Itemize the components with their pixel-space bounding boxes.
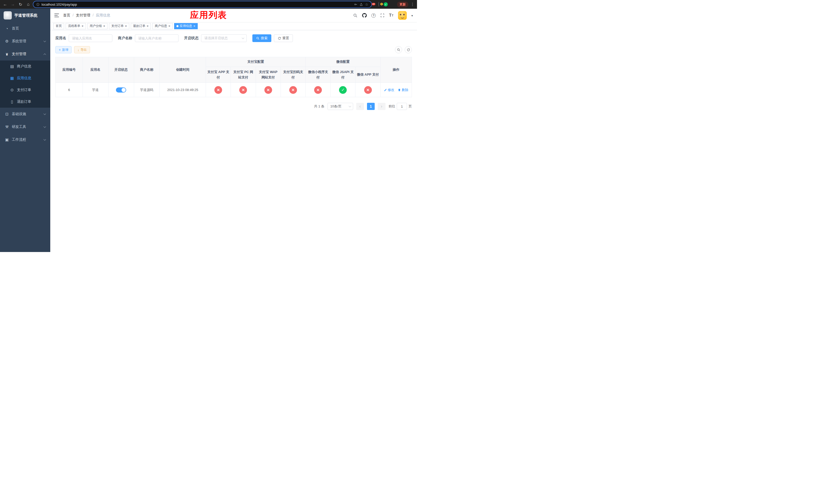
tab-refund-order[interactable]: 退款订单 <box>131 23 151 29</box>
goto-page-input[interactable] <box>397 103 407 110</box>
extension-badge: 10 <box>372 3 375 5</box>
chevron-down-icon <box>44 40 46 42</box>
star-icon[interactable] <box>365 2 368 6</box>
add-button[interactable]: 新增 <box>56 46 71 53</box>
sidebar-item-infra[interactable]: 基础设施 <box>0 108 50 120</box>
breadcrumb-payment[interactable]: 支付管理 <box>70 13 90 18</box>
toggle-search-button[interactable] <box>395 46 402 53</box>
reset-button[interactable]: 重置 <box>274 35 293 42</box>
col-created: 创建时间 <box>159 57 206 83</box>
edit-button[interactable]: 修改 <box>384 88 394 92</box>
hamburger-icon[interactable] <box>54 14 59 17</box>
sidebar-item-devtools[interactable]: 研发工具 <box>0 120 50 133</box>
sidebar-item-label: 基础设施 <box>12 112 26 116</box>
reset-button-label: 重置 <box>282 36 289 41</box>
edit-button-label: 修改 <box>388 88 394 92</box>
fullscreen-icon[interactable] <box>380 13 385 18</box>
pagination: 共 1 条 10条/页 1 前往 页 <box>56 103 412 110</box>
next-page-icon[interactable] <box>378 103 386 110</box>
annotation-title: 应用列表 <box>190 9 227 21</box>
page-content: 应用名 商户名称 开启状态 请选择开启状态 <box>50 30 417 252</box>
sidebar-item-system[interactable]: 系统管理 <box>0 35 50 48</box>
search-button[interactable]: 搜索 <box>253 35 271 42</box>
export-button[interactable]: 导出 <box>74 46 90 53</box>
tab-merchant-info[interactable]: 商户信息 <box>152 23 173 29</box>
active-dot-icon <box>176 25 178 27</box>
sidebar-subitem-refund-order[interactable]: 退款订单 <box>0 96 50 108</box>
share-icon[interactable] <box>359 3 363 6</box>
github-icon[interactable] <box>362 13 367 18</box>
key-icon[interactable] <box>354 3 357 6</box>
status-toggle[interactable] <box>116 87 126 93</box>
tab-home[interactable]: 首页 <box>53 23 64 29</box>
tab-user-group[interactable]: 用户分组 <box>87 23 108 29</box>
sidebar: 芋道管理系统 首页 系统管理 支付管理 <box>0 9 50 252</box>
app-title: 芋道管理系统 <box>14 13 38 18</box>
devtools-icon <box>5 124 9 129</box>
extension-check-icon[interactable] <box>384 2 388 6</box>
goto-unit: 页 <box>409 104 412 109</box>
sidebar-menu: 首页 系统管理 支付管理 商户信息 <box>0 22 50 146</box>
close-icon[interactable] <box>125 24 127 28</box>
chevron-down-icon <box>44 125 46 128</box>
close-icon[interactable] <box>82 24 84 28</box>
page-size-select[interactable]: 10条/页 <box>328 103 353 110</box>
chevron-down-icon <box>44 113 46 115</box>
col-status: 开启状态 <box>108 57 134 83</box>
app-name-input[interactable] <box>69 35 112 42</box>
sidebar-item-payment[interactable]: 支付管理 <box>0 48 50 61</box>
sidebar-item-label: 应用信息 <box>17 76 31 81</box>
breadcrumb: 首页 支付管理 应用信息 <box>63 13 110 18</box>
sidebar-subitem-app-info[interactable]: 应用信息 <box>0 72 50 84</box>
browser-chrome: localhost:1024/pay/app 10 1 <box>0 0 417 9</box>
browser-menu-icon[interactable] <box>411 2 414 7</box>
sidebar-item-workflow[interactable]: 工作流程 <box>0 133 50 146</box>
close-icon[interactable] <box>168 24 170 28</box>
sidebar-item-label: 商户信息 <box>17 64 31 69</box>
delete-button-label: 删除 <box>402 88 408 92</box>
cell-merchant: 芋道源码 <box>134 83 159 97</box>
tab-process-form[interactable]: 流程表单 <box>66 23 86 29</box>
avatar-caret-icon[interactable] <box>411 13 413 18</box>
chevron-down-icon <box>242 37 244 39</box>
avatar[interactable] <box>398 11 407 20</box>
page-size-value: 10条/页 <box>330 104 342 109</box>
home-icon[interactable] <box>26 2 31 7</box>
sidebar-item-label: 首页 <box>12 26 19 31</box>
close-icon[interactable] <box>147 24 149 28</box>
sidebar-item-home[interactable]: 首页 <box>0 22 50 35</box>
tab-pay-order[interactable]: 支付订单 <box>109 23 129 29</box>
reload-icon[interactable] <box>18 2 23 7</box>
col-alipay-pc: 支付宝 PC 网站支付 <box>231 67 256 83</box>
delete-button[interactable]: 删除 <box>398 88 408 92</box>
prev-page-icon[interactable] <box>356 103 364 110</box>
merchant-name-input[interactable] <box>135 35 178 42</box>
status-select[interactable]: 请选择开启状态 <box>201 35 247 42</box>
add-button-label: 新增 <box>62 48 68 52</box>
extension-dark-icon[interactable] <box>378 2 379 7</box>
search-icon <box>397 48 400 51</box>
close-icon[interactable] <box>193 24 195 28</box>
back-icon[interactable] <box>3 2 8 7</box>
merchant-icon <box>10 64 14 69</box>
address-bar[interactable]: localhost:1024/pay/app <box>33 1 371 7</box>
page-info-icon[interactable] <box>37 2 40 7</box>
refresh-table-button[interactable] <box>405 46 412 53</box>
forward-icon[interactable] <box>10 2 15 7</box>
alipay-wap-status-icon <box>264 86 272 94</box>
browser-update-button[interactable]: 更新 <box>397 2 408 7</box>
close-icon[interactable] <box>103 24 105 28</box>
page-number[interactable]: 1 <box>367 103 375 110</box>
alipay-qr-status-icon <box>289 86 297 94</box>
breadcrumb-home[interactable]: 首页 <box>63 13 70 18</box>
sidebar-subitem-pay-order[interactable]: 支付订单 <box>0 84 50 96</box>
font-size-icon[interactable] <box>389 13 393 18</box>
sidebar-subitem-merchant-info[interactable]: 商户信息 <box>0 61 50 72</box>
wechat-app-status-icon <box>364 86 372 94</box>
search-icon[interactable] <box>353 13 357 18</box>
cell-app-name: 芋道 <box>83 83 108 97</box>
help-icon[interactable] <box>371 13 376 18</box>
tab-app-info[interactable]: 应用信息 <box>174 23 198 29</box>
infra-icon <box>5 112 9 116</box>
app-grid-icon <box>10 76 14 81</box>
